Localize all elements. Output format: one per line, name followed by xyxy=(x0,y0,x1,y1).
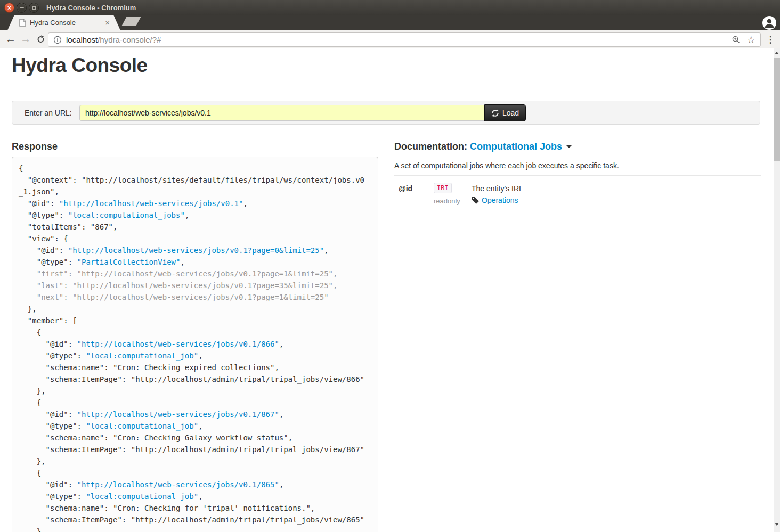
info-icon[interactable] xyxy=(53,36,62,44)
json-text: "@context": "http://localhost/sites/defa… xyxy=(19,176,364,184)
json-text: "@type": xyxy=(19,422,86,430)
browser-menu-button[interactable]: ⋮ xyxy=(764,33,777,46)
window-close-button[interactable]: × xyxy=(4,3,14,13)
json-text: , xyxy=(279,340,283,348)
json-line: "@id": "http://localhost/web-services/jo… xyxy=(19,338,371,350)
json-text: { xyxy=(19,164,23,173)
json-line: "schema:name": "Cron: Checking expired c… xyxy=(19,362,371,373)
json-link[interactable]: "local:computational_job" xyxy=(86,492,198,501)
page-scrollbar[interactable] xyxy=(774,48,780,532)
documentation-class-link[interactable]: Computational Jobs xyxy=(470,141,562,152)
tab-hydra-console[interactable]: Hydra Console × xyxy=(7,15,120,30)
json-link[interactable]: "local:computational_job" xyxy=(86,422,198,430)
json-link[interactable]: "http://localhost/web-services/jobs/v0.1… xyxy=(77,340,279,348)
load-button-label: Load xyxy=(502,109,519,117)
json-text: }, xyxy=(19,387,46,395)
json-line: "schema:name": "Cron: Checking Galaxy wo… xyxy=(19,432,371,444)
tag-icon xyxy=(472,197,479,204)
new-tab-button[interactable] xyxy=(121,17,141,26)
scroll-up-icon[interactable] xyxy=(775,52,779,54)
menu-dots-icon: ⋮ xyxy=(766,34,775,45)
json-link[interactable]: "PartialCollectionView" xyxy=(77,258,181,266)
json-line: "schema:ItemPage": "http://localhost/adm… xyxy=(19,514,371,526)
json-text: "@id": xyxy=(19,199,59,208)
json-text: "@type": xyxy=(19,211,68,219)
window-maximize-button[interactable] xyxy=(29,3,39,13)
json-line: "schema:ItemPage": "http://localhost/adm… xyxy=(19,444,371,455)
json-text: "schema:name": "Cron: Checking for 'trip… xyxy=(19,504,315,512)
json-line: "@type": "local:computational_jobs", xyxy=(19,209,371,221)
back-icon: ← xyxy=(5,33,16,45)
property-name: @id xyxy=(399,183,434,205)
json-link[interactable]: "local:computational_jobs" xyxy=(68,211,185,219)
close-icon: × xyxy=(7,4,12,11)
json-text: "next": "http://localhost/web-services/j… xyxy=(19,293,329,301)
json-text: , xyxy=(198,422,202,430)
json-line: "@id": "http://localhost/web-services/jo… xyxy=(19,244,371,256)
json-line: { xyxy=(19,326,371,338)
browser-toolbar: ← → localhost/hydra-console/?# ☆ xyxy=(0,30,780,48)
json-text: }, xyxy=(19,457,46,465)
json-text: , xyxy=(180,258,184,266)
operations-link[interactable]: Operations xyxy=(482,196,518,204)
json-line: "schema:name": "Cron: Checking for 'trip… xyxy=(19,502,371,514)
header-divider xyxy=(12,91,760,91)
json-text: "@id": xyxy=(19,480,77,489)
json-text: "first": "http://localhost/web-services/… xyxy=(19,269,337,278)
minimize-icon xyxy=(20,7,24,8)
json-link[interactable]: "local:computational_job" xyxy=(86,351,198,360)
json-link[interactable]: "http://localhost/web-services/jobs/v0.1… xyxy=(59,199,243,208)
json-text: { xyxy=(19,469,41,477)
json-text: "@type": xyxy=(19,492,86,501)
json-line: { xyxy=(19,467,371,479)
json-line: "next": "http://localhost/web-services/j… xyxy=(19,291,371,303)
property-description: The entity's IRI xyxy=(472,183,761,193)
url-host: localhost xyxy=(66,35,98,44)
json-line: "@type": "PartialCollectionView", xyxy=(19,256,371,268)
tab-close-icon[interactable]: × xyxy=(105,19,110,27)
scrollbar-thumb[interactable] xyxy=(774,58,780,161)
json-text: "schema:name": "Cron: Checking expired c… xyxy=(19,363,279,372)
scroll-down-icon[interactable] xyxy=(775,523,779,526)
json-text: "schema:ItemPage": "http://localhost/adm… xyxy=(19,375,364,383)
refresh-icon xyxy=(491,109,499,117)
address-bar[interactable]: localhost/hydra-console/?# ☆ xyxy=(48,32,761,47)
json-line: { xyxy=(19,162,371,174)
url-path: /hydra-console/?# xyxy=(98,35,161,44)
json-text: "@id": xyxy=(19,246,68,255)
json-text: "@id": xyxy=(19,410,77,419)
json-text: , xyxy=(185,211,189,219)
json-text: , xyxy=(198,492,202,501)
forward-icon: → xyxy=(20,33,31,45)
json-line: "@type": "local:computational_job", xyxy=(19,350,371,362)
json-link[interactable]: "http://localhost/web-services/jobs/v0.1… xyxy=(68,246,324,255)
json-line: { xyxy=(19,397,371,408)
profile-avatar-button[interactable] xyxy=(762,16,776,30)
url-input[interactable] xyxy=(79,105,484,121)
json-line: }, xyxy=(19,303,371,315)
response-heading: Response xyxy=(12,141,58,152)
page-title: Hydra Console xyxy=(12,54,148,77)
window-minimize-button[interactable] xyxy=(17,3,27,13)
reload-icon xyxy=(36,35,45,44)
json-line: "@id": "http://localhost/web-services/jo… xyxy=(19,198,371,209)
property-row: @id IRI readonly The entity's IRI Operat… xyxy=(399,183,761,205)
chevron-down-icon[interactable] xyxy=(566,145,572,148)
json-line: "view": { xyxy=(19,233,371,244)
zoom-icon[interactable] xyxy=(732,35,741,44)
json-text: { xyxy=(19,328,41,337)
json-link[interactable]: "http://localhost/web-services/jobs/v0.1… xyxy=(77,410,279,419)
json-link[interactable]: "http://localhost/web-services/jobs/v0.1… xyxy=(77,480,279,489)
reload-button[interactable] xyxy=(33,32,48,47)
json-text: _1.json", xyxy=(19,187,59,196)
load-button[interactable]: Load xyxy=(484,104,526,121)
documentation-heading: Documentation: Computational Jobs xyxy=(394,141,761,152)
bookmark-star-icon[interactable]: ☆ xyxy=(747,35,755,45)
forward-button[interactable]: → xyxy=(18,32,33,47)
back-button[interactable]: ← xyxy=(3,32,18,47)
documentation-divider xyxy=(394,175,761,176)
json-text: { xyxy=(19,398,41,407)
json-line: "schema:ItemPage": "http://localhost/adm… xyxy=(19,373,371,385)
json-line: "last": "http://localhost/web-services/j… xyxy=(19,280,371,291)
url-form-panel: Enter an URL: Load xyxy=(12,101,760,125)
